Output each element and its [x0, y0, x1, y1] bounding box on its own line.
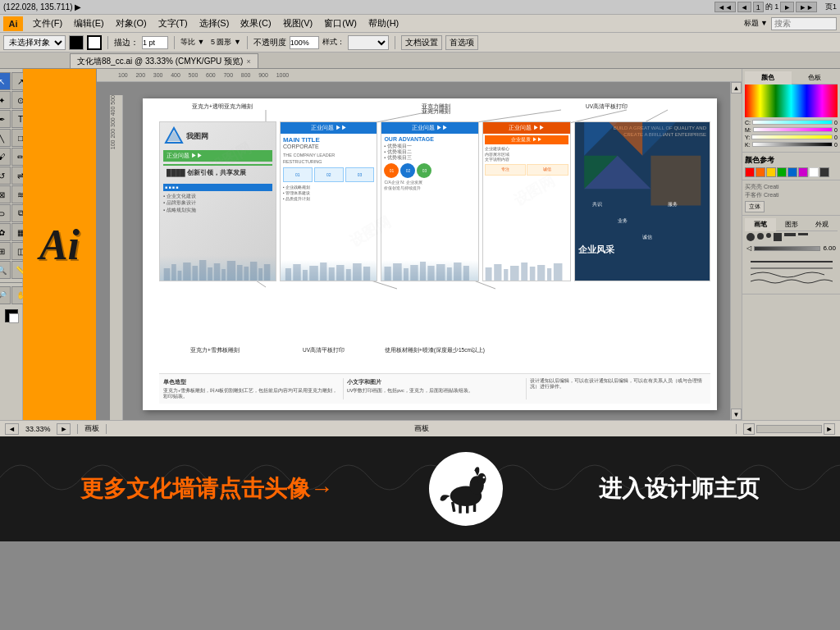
prev-artboard-btn[interactable]: ◄	[5, 423, 19, 435]
brush-tab[interactable]: 画笔	[745, 218, 776, 231]
stroke-tool-btn[interactable]	[87, 35, 102, 50]
swatch-green[interactable]	[777, 167, 787, 177]
c-slider[interactable]	[752, 120, 833, 125]
panel-1-tag: 正业问题 ▶▶	[163, 150, 272, 162]
dot-3[interactable]	[766, 233, 771, 238]
prev-prev-btn[interactable]: ◄◄	[714, 2, 736, 12]
swatch-blue[interactable]	[788, 167, 797, 177]
eyedropper-tool[interactable]: 🔍	[0, 261, 11, 279]
document-tab[interactable]: 文化墙88_cc.ai @ 33.33% (CMYK/GPU 预览) ×	[70, 53, 258, 68]
menu-type[interactable]: 文字(T)	[153, 16, 193, 31]
k-slider[interactable]	[752, 142, 833, 147]
dot-pattern	[745, 231, 838, 243]
fill-tool-btn[interactable]	[69, 35, 84, 50]
select-tool[interactable]: ↖	[0, 72, 11, 90]
stroke-size-input[interactable]	[142, 36, 168, 49]
right-tabs-1: 颜色 色板	[745, 71, 838, 84]
color-tab[interactable]: 颜色	[745, 71, 792, 84]
paintbrush-tool[interactable]: 🖌	[0, 148, 11, 166]
scroll-right-btn[interactable]: ►	[824, 423, 835, 435]
logo-name: 我图网	[186, 131, 208, 142]
canvas-area[interactable]: 100 200 300 400 500 600 700 800 900 1000…	[97, 69, 742, 420]
hscroll-track[interactable]	[756, 425, 822, 433]
menu-view[interactable]: 视图(V)	[278, 16, 318, 31]
tab-close-btn[interactable]: ×	[246, 57, 250, 66]
appearance-tab[interactable]: 外观	[806, 218, 838, 231]
svg-rect-71	[473, 504, 477, 513]
style-dropdown[interactable]	[348, 35, 389, 50]
m-slider[interactable]	[753, 127, 833, 132]
fill-color-box[interactable]	[5, 309, 18, 322]
panel-1-body: ■ ■ ■ ■ ▪ 企业文化建设 ▪ 品牌形象设计 ▪ 战略规划实施	[160, 182, 276, 215]
svg-rect-24	[264, 264, 271, 281]
scroll-left-btn[interactable]: ◄	[743, 423, 755, 435]
next-btn[interactable]: ►	[780, 2, 794, 12]
bottom-banner: 更多文化墙请点击头像→ 进入设计师主页	[0, 436, 840, 541]
dot-1[interactable]	[746, 233, 755, 241]
dash-2[interactable]	[784, 233, 796, 236]
color-section: 颜色 色板 C: 0 M: 0 Y: 0 K: 0	[742, 69, 840, 153]
svg-rect-22	[250, 262, 257, 281]
svg-rect-26	[293, 264, 300, 281]
mesh-tool[interactable]: ⊞	[0, 242, 11, 260]
menu-window[interactable]: 窗口(W)	[319, 16, 362, 31]
select-tool-dropdown[interactable]: 未选择对象	[3, 35, 66, 50]
menu-file[interactable]: 文件(F)	[28, 16, 67, 31]
menu-edit[interactable]: 编辑(E)	[69, 16, 109, 31]
svg-rect-42	[447, 267, 452, 281]
swatch-yellow[interactable]	[766, 167, 776, 177]
width-tool[interactable]: ⊃	[0, 204, 11, 222]
search-input[interactable]	[771, 17, 837, 30]
swatch-tab[interactable]: 色板	[792, 71, 838, 84]
stroke-color-box[interactable]	[9, 313, 19, 323]
scale-tool[interactable]: ⊠	[0, 185, 11, 203]
canvas-content[interactable]: 100 200 300 400 500 设图网 设图网 设图网 亚克力+透明亚克…	[110, 82, 742, 420]
swatch-purple[interactable]	[798, 167, 808, 177]
menu-effect[interactable]: 效果(C)	[235, 16, 276, 31]
status-div-1	[77, 424, 78, 434]
swatch-black[interactable]	[819, 167, 829, 177]
scroll-up-btn[interactable]: ▲	[731, 82, 742, 94]
line-tool[interactable]: ╲	[0, 129, 11, 147]
zoom-tool[interactable]: 🔎	[0, 286, 11, 304]
svg-rect-45	[486, 267, 492, 281]
menu-object[interactable]: 对象(O)	[111, 16, 152, 31]
swatch-orange[interactable]	[756, 167, 765, 177]
magic-wand-tool[interactable]: ✦	[0, 91, 11, 109]
svg-rect-43	[454, 262, 461, 281]
scroll-down-btn[interactable]: ▼	[731, 409, 742, 420]
menu-select[interactable]: 选择(S)	[194, 16, 235, 31]
page-label: 页1	[825, 2, 837, 12]
swatch-white[interactable]	[809, 167, 819, 177]
page-of: 的 1	[765, 2, 779, 12]
graphic-tab[interactable]: 图形	[776, 218, 807, 231]
next-artboard-btn[interactable]: ►	[57, 423, 71, 435]
next-next-btn[interactable]: ►►	[796, 2, 817, 12]
menu-help[interactable]: 帮助(H)	[363, 16, 404, 31]
preferences-btn[interactable]: 首选项	[445, 35, 478, 50]
right-panel: 颜色 色板 C: 0 M: 0 Y: 0 K: 0	[742, 69, 840, 420]
page-num-btn[interactable]: 1	[753, 2, 764, 12]
symbol-tool[interactable]: ✿	[0, 223, 11, 241]
prev-btn[interactable]: ◄	[737, 2, 751, 12]
desc-2: 小文字和图片 UV学数打印画面，包括pvc，亚克力，后面彩画贴装组装。	[347, 378, 527, 399]
skyline-svg-3	[381, 260, 477, 281]
立体-btn[interactable]: 立体	[745, 201, 765, 212]
dash-1[interactable]	[774, 233, 782, 241]
toolbar: 未选择对象 描边： 等比 ▼ 5 圆形 ▼ 不透明度 样式： 文档设置 首选项	[0, 33, 840, 52]
pen-tool[interactable]: ✒	[0, 110, 11, 128]
banner-avatar-circle[interactable]	[429, 452, 503, 526]
color-gradient-bar[interactable]	[745, 84, 838, 117]
ann-text-3: 亚克力雕刻	[422, 108, 450, 116]
doc-settings-btn[interactable]: 文档设置	[401, 35, 442, 50]
y-slider[interactable]	[751, 135, 833, 139]
swatch-red[interactable]	[745, 167, 755, 177]
brush-size-slider[interactable]	[754, 246, 820, 251]
dash-3[interactable]	[798, 233, 808, 235]
document-canvas: 设图网 设图网 设图网 亚克力+透明亚克力雕刻 亚克力雕刻 亚克	[143, 98, 717, 410]
canvas-vscrollbar[interactable]: ▲ ▼	[730, 82, 742, 420]
divider1	[107, 36, 108, 49]
opacity-input[interactable]	[290, 36, 319, 49]
rotate-tool[interactable]: ↺	[0, 167, 11, 185]
dot-2[interactable]	[757, 233, 764, 240]
